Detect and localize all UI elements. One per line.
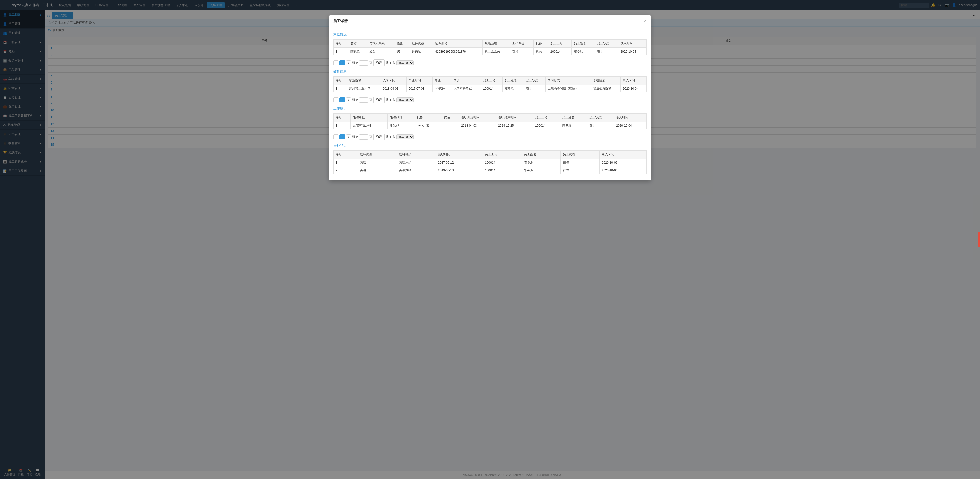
lang-cell: 英语六级 [397,166,436,174]
edu-col-header: 毕业时间 [407,77,433,85]
language-section-title: 语种能力 [333,143,647,148]
edu-cell: 陈冬瓜 [503,85,524,93]
content-area: ⌂ 员工管理 × ▼ 在指定行上右键可以进行更多操作。 ↻ 刷新数据 序号 [45,10,980,479]
lang-cell: 英语 [358,166,397,174]
work-table: 序号任职单位任职部门职务岗位任职开始时间任职结束时间员工工号员工姓名员工状态录入… [333,113,647,129]
family-cell: 410897197608061876 [433,48,482,56]
edu-cell: 2013-09-01 [380,85,407,93]
edu-total-label: 共 1 条 [386,98,395,102]
family-cell: 农工党党员 [482,48,510,56]
work-page-input[interactable] [359,134,368,140]
family-cell: 1 [334,48,348,56]
family-cell: 父女 [367,48,395,56]
work-cell: Java开发 [414,122,442,129]
edu-col-header: 员工工号 [481,77,502,85]
work-col-header: 员工姓名 [560,113,587,122]
edu-next-btn[interactable]: › [346,97,351,102]
edu-cell: 郑州轻工业大学 [347,85,380,93]
work-col-header: 序号 [334,113,351,122]
family-cell: 2020-10-04 [618,48,647,56]
edu-col-header: 员工状态 [524,77,546,85]
edu-col-header: 序号 [334,77,347,85]
family-confirm-btn[interactable]: 确定 [373,59,385,66]
lang-cell: 2020-10-04 [600,166,646,174]
family-cell: 农民 [510,48,534,56]
lang-col-header: 员工状态 [561,151,600,159]
family-cell: 身份证 [410,48,433,56]
family-cell: 男 [395,48,410,56]
lang-cell: 1 [334,159,358,166]
edu-page1-btn[interactable]: 1 [339,97,345,102]
work-confirm-btn[interactable]: 确定 [373,134,385,140]
edu-per-page-select[interactable]: 15条/页 [396,97,414,102]
family-next-btn[interactable]: › [346,60,351,65]
lang-cell: 在职 [561,166,600,174]
work-cell: 陈冬瓜 [560,122,587,129]
edu-prev-btn[interactable]: ‹ [333,97,339,102]
family-page-input[interactable] [359,60,368,65]
family-col-header: 职务 [533,40,548,48]
edu-cell: 在职 [524,85,546,93]
work-col-header: 员工工号 [533,113,560,122]
work-col-header: 录入时间 [614,113,647,122]
work-cell: 2020-10-04 [614,122,647,129]
lang-cell: 英语 [358,159,397,166]
work-cell: 开发部 [387,122,414,129]
family-col-header: 员工工号 [548,40,572,48]
edu-col-header: 入学时间 [380,77,407,85]
edu-cell: 2020-10-04 [620,85,647,93]
family-per-page-select[interactable]: 15条/页 30条/页 50条/页 [396,60,414,65]
family-col-header: 证件编号 [433,40,482,48]
edu-page-label: 页 [369,98,372,102]
edu-col-header: 学校性质 [591,77,620,85]
work-next-btn[interactable]: › [346,134,351,139]
work-goto-label: 到第 [352,135,358,139]
lang-col-header: 获取时间 [436,151,483,159]
edu-cell: 大学本科毕业 [452,85,481,93]
work-page1-btn[interactable]: 1 [339,134,345,139]
family-col-header: 性别 [395,40,410,48]
lang-col-header: 录入时间 [600,151,646,159]
family-page1-btn[interactable]: 1 [339,60,345,65]
lang-col-header: 语种类型 [358,151,397,159]
work-total-label: 共 1 条 [386,135,395,139]
edu-cell: 3G软件 [433,85,452,93]
work-cell: 云雀有限公司 [350,122,387,129]
lang-cell: 陈冬瓜 [522,166,561,174]
edu-page-input[interactable] [359,97,368,103]
edu-col-header: 学历 [452,77,481,85]
family-col-header: 录入时间 [618,40,647,48]
lang-cell: 2020-10-06 [600,159,646,166]
lang-table-row: 1英语英语六级2017-06-12100014陈冬瓜在职2020-10-06 [334,159,647,166]
edu-col-header: 员工姓名 [503,77,524,85]
family-col-header: 员工姓名 [572,40,595,48]
lang-col-header: 语种等级 [397,151,436,159]
employee-detail-modal: 员工详情 × 家庭情况 序号名称与本人关系性别证件类型证件编号政治面貌工作单位职… [329,34,651,180]
lang-cell: 陈冬瓜 [522,159,561,166]
education-table: 序号毕业院校入学时间毕业时间专业学历员工工号员工姓名员工状态学习形式学校性质录入… [333,77,647,93]
work-page-label: 页 [369,135,372,139]
family-prev-btn[interactable]: ‹ [333,60,339,65]
work-table-row: 1云雀有限公司开发部Java开发2018-04-032019-12-251000… [334,122,647,129]
work-per-page-select[interactable]: 15条/页 [396,134,414,139]
edu-cell: 正规高等院校（统招） [546,85,591,93]
education-pagination: ‹ 1 › 到第 页 确定 共 1 条 15条/页 [333,94,647,105]
edu-table-row: 1郑州轻工业大学2013-09-012017-07-013G软件大学本科毕业10… [334,85,647,93]
education-section-title: 教育信息 [333,69,647,74]
edu-col-header: 学习形式 [546,77,591,85]
edu-confirm-btn[interactable]: 确定 [373,96,385,103]
family-col-header: 与本人关系 [367,40,395,48]
family-goto-label: 到第 [352,61,358,65]
edu-cell: 2017-07-01 [407,85,433,93]
family-cell: 陈凯歌 [348,48,367,56]
family-pagination: ‹ 1 › 到第 页 确定 共 1 条 15条/页 30条/页 50条/页 [333,57,647,68]
work-cell: 2018-04-03 [459,122,496,129]
family-col-header: 政治面貌 [482,40,510,48]
work-cell: 2019-12-25 [496,122,533,129]
lang-cell: 2019-06-13 [436,166,483,174]
work-cell [442,122,459,129]
modal-body: 家庭情况 序号名称与本人关系性别证件类型证件编号政治面貌工作单位职务员工工号员工… [329,34,651,180]
family-cell: 陈冬瓜 [572,48,595,56]
work-prev-btn[interactable]: ‹ [333,134,339,139]
language-table: 序号语种类型语种等级获取时间员工工号员工姓名员工状态录入时间 1英语英语六级20… [333,150,647,174]
